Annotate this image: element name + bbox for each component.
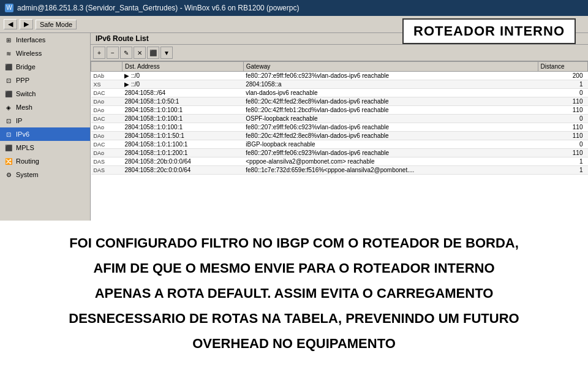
cell-flags: DAC (91, 89, 123, 97)
title-bar: W admin@186.251.8.3 (Servidor_Santa_Gert… (0, 0, 588, 16)
table-row[interactable]: DAC2804:1058::1:0:100:1OSPF-loopback rea… (91, 115, 588, 123)
route-table-scroll[interactable]: Dst. Address Gateway Distance DAb▶ ::/0f… (91, 61, 588, 175)
col-dst: Dst. Address (122, 62, 243, 72)
cell-distance: 200 (538, 72, 587, 80)
sidebar-item-ipv6[interactable]: ⊡ IPv6 (0, 127, 90, 141)
cell-distance: 0 (538, 115, 587, 123)
content-area: IPv6 Route List + − ✎ ✕ ⬛ ▼ Dst. Address… (91, 33, 588, 221)
bottom-line5: OVERHEAD NO EQUIPAMENTO (24, 333, 564, 354)
back-button[interactable]: ◀ (4, 19, 17, 29)
bottom-line3: APENAS A ROTA DEFAULT. ASSIM EVITA O CAR… (24, 283, 564, 303)
cell-gateway: iBGP-loopback reachable (243, 140, 538, 149)
cell-flags: DAo (91, 149, 123, 157)
sidebar-item-interfaces[interactable]: ⊞ Interfaces (0, 33, 90, 47)
overlay-label: ROTEADOR INTERNO (402, 18, 576, 44)
sidebar-item-wireless[interactable]: ≋ Wireless (0, 47, 90, 60)
table-row[interactable]: XS▶ ::/02804:1058::a1 (91, 80, 588, 89)
ipv6-icon: ⊡ (4, 129, 13, 139)
mpls-icon: ⬛ (4, 143, 13, 153)
cell-gateway: fe80::1c7e:732d:659e:f516%<pppoe-alansil… (243, 166, 538, 175)
table-row[interactable]: DAo2804:1058::1:0:1:200:1fe80::207:e9ff:… (91, 149, 588, 157)
sidebar: ⊞ Interfaces ≋ Wireless ⬛ Bridge ⊡ PPP ⬛… (0, 33, 91, 221)
col-gateway: Gateway (243, 62, 538, 72)
cell-dst: 2804:1058::20b:0:0:0/64 (122, 157, 243, 166)
filter-button[interactable]: ▼ (160, 47, 173, 59)
cell-gateway: fe80::207:e9ff:fe06:c923%vlan-dados-ipv6… (243, 149, 538, 157)
safe-mode-button[interactable]: Safe Mode (36, 20, 77, 29)
sidebar-label-ipv6: IPv6 (16, 131, 29, 138)
cell-flags: DAo (91, 132, 123, 140)
sidebar-label-interfaces: Interfaces (16, 36, 45, 44)
cell-gateway: 2804:1058::a (243, 80, 538, 89)
ip-icon: ⊡ (4, 116, 13, 126)
cell-dst: ▶ ::/0 (122, 80, 243, 89)
cell-dst: 2804:1058::/64 (122, 89, 243, 97)
col-distance: Distance (538, 62, 587, 72)
table-row[interactable]: DAC2804:1058::/64vlan-dados-ipv6 reachab… (91, 89, 588, 97)
cell-gateway: fe80::20c:42ff:fed2:8ec8%vlan-dados-ipv6… (243, 97, 538, 106)
cell-dst: 2804:1058::1:0:50:1 (122, 97, 243, 106)
sidebar-label-switch: Switch (16, 90, 36, 97)
cell-distance: 110 (538, 123, 587, 132)
cell-dst: 2804:1058::20c:0:0:0/64 (122, 166, 243, 175)
cell-distance: 110 (538, 132, 587, 140)
cell-distance: 0 (538, 89, 587, 97)
copy-button[interactable]: ✕ (134, 47, 146, 59)
cell-gateway: OSPF-loopback reachable (243, 115, 538, 123)
cell-distance: 110 (538, 97, 587, 106)
sidebar-item-bridge[interactable]: ⬛ Bridge (0, 60, 90, 74)
forward-button[interactable]: ▶ (20, 19, 33, 29)
cell-gateway: <pppoe-alansilva2@pombonet.com> reachabl… (243, 157, 538, 166)
table-row[interactable]: DAb▶ ::/0fe80::207:e9ff:fe06:c923%vlan-d… (91, 72, 588, 80)
cell-flags: DAC (91, 140, 123, 149)
cell-dst: 2804:1058::1:0:1:200:1 (122, 149, 243, 157)
sidebar-item-mesh[interactable]: ◈ Mesh (0, 100, 90, 114)
cell-distance: 110 (538, 106, 587, 115)
cell-flags: DAC (91, 115, 123, 123)
title-text: admin@186.251.8.3 (Servidor_Santa_Gertru… (17, 4, 299, 12)
cell-gateway: fe80::20c:42ff:feb1:2bcd%vlan-dados-ipv6… (243, 106, 538, 115)
main-layout: ⊞ Interfaces ≋ Wireless ⬛ Bridge ⊡ PPP ⬛… (0, 33, 588, 221)
table-row[interactable]: DAS2804:1058::20c:0:0:0/64fe80::1c7e:732… (91, 166, 588, 175)
cell-flags: DAo (91, 106, 123, 115)
wireless-icon: ≋ (4, 48, 13, 58)
table-row[interactable]: DAS2804:1058::20b:0:0:0/64<pppoe-alansil… (91, 157, 588, 166)
content-toolbar: + − ✎ ✕ ⬛ ▼ (91, 45, 588, 61)
sidebar-label-ip: IP (16, 117, 22, 124)
table-row[interactable]: DAo2804:1058::1:0:50:1fe80::20c:42ff:fed… (91, 97, 588, 106)
table-row[interactable]: DAo2804:1058::1:0:1:50:1fe80::20c:42ff:f… (91, 132, 588, 140)
add-button[interactable]: + (93, 47, 105, 59)
cell-dst: 2804:1058::1:0:100:1 (122, 123, 243, 132)
cell-flags: DAo (91, 123, 123, 132)
sidebar-item-switch[interactable]: ⬛ Switch (0, 87, 90, 100)
cell-distance: 1 (538, 166, 587, 175)
paste-button[interactable]: ⬛ (147, 47, 159, 59)
cell-flags: XS (91, 80, 123, 89)
bottom-line2: AFIM DE QUE O MESMO ENVIE PARA O ROTEADO… (24, 258, 564, 278)
sidebar-item-routing[interactable]: 🔀 Routing (0, 154, 90, 168)
table-row[interactable]: DAC2804:1058::1:0:1:100:1iBGP-loopback r… (91, 140, 588, 149)
interfaces-icon: ⊞ (4, 35, 13, 45)
sidebar-label-bridge: Bridge (16, 63, 36, 70)
remove-button[interactable]: − (107, 47, 119, 59)
sidebar-item-ppp[interactable]: ⊡ PPP (0, 74, 90, 87)
cell-distance: 1 (538, 80, 587, 89)
mesh-icon: ◈ (4, 102, 13, 112)
app-icon: W (5, 4, 13, 12)
sidebar-label-ppp: PPP (16, 77, 29, 84)
sidebar-item-mpls[interactable]: ⬛ MPLS (0, 141, 90, 154)
cell-distance: 110 (538, 149, 587, 157)
edit-button[interactable]: ✎ (120, 47, 132, 59)
sidebar-item-system[interactable]: ⚙ System (0, 168, 90, 181)
sidebar-label-routing: Routing (16, 157, 39, 165)
route-table: Dst. Address Gateway Distance DAb▶ ::/0f… (91, 61, 588, 175)
table-row[interactable]: DAo2804:1058::1:0:100:1fe80::207:e9ff:fe… (91, 123, 588, 132)
bottom-line1: FOI CONFIGURADO FILTRO NO IBGP COM O ROT… (24, 233, 564, 253)
cell-gateway: fe80::207:e9ff:fe06:c923%vlan-dados-ipv6… (243, 72, 538, 80)
col-flags (91, 62, 123, 72)
sidebar-label-wireless: Wireless (16, 50, 42, 57)
sidebar-label-system: System (16, 171, 39, 178)
table-row[interactable]: DAo2804:1058::1:0:100:1fe80::20c:42ff:fe… (91, 106, 588, 115)
cell-flags: DAo (91, 97, 123, 106)
sidebar-item-ip[interactable]: ⊡ IP (0, 114, 90, 127)
